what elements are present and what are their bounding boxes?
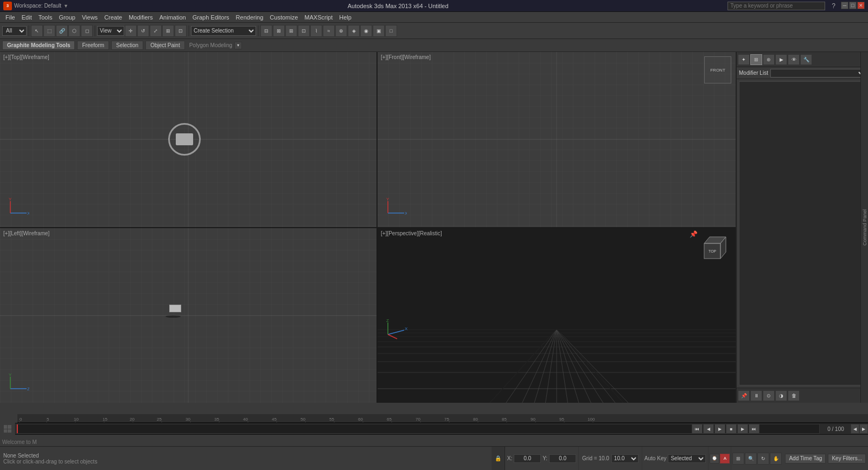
selection-btn[interactable]: Selection bbox=[111, 41, 143, 50]
utilities-panel-icon[interactable]: 🔧 bbox=[800, 54, 812, 65]
zoom-region-btn[interactable]: 🔍 bbox=[745, 453, 757, 465]
hierarchy-panel-icon[interactable]: ⊛ bbox=[763, 54, 775, 65]
show-end-result-btn[interactable]: ⊙ bbox=[763, 390, 775, 401]
orbit-btn[interactable]: ↻ bbox=[757, 453, 769, 465]
menu-customize[interactable]: Customize bbox=[266, 13, 301, 22]
menu-create[interactable]: Create bbox=[101, 13, 125, 22]
layer-btn[interactable]: ⊡ bbox=[298, 25, 310, 37]
curve-btn[interactable]: ⌇ bbox=[310, 25, 322, 37]
graphite-tools-btn[interactable]: Graphite Modeling Tools bbox=[2, 41, 75, 50]
select-area-btn[interactable]: ◻ bbox=[81, 25, 93, 37]
menu-group[interactable]: Group bbox=[55, 13, 79, 22]
viewport-top-right[interactable]: [+][Front][Wireframe] FRONT bbox=[378, 52, 736, 227]
mirror-btn[interactable]: ⊡ bbox=[175, 25, 187, 37]
auto-key-dropdown[interactable]: Selected bbox=[668, 454, 706, 463]
menu-edit[interactable]: Edit bbox=[18, 13, 35, 22]
set-key-btn[interactable]: ⌚ bbox=[710, 454, 719, 463]
grid-dropdown[interactable]: 10.0 bbox=[611, 454, 639, 463]
render-btn[interactable]: ◉ bbox=[360, 25, 372, 37]
prev-frame-btn[interactable]: ⏮ bbox=[692, 424, 703, 434]
toolbar-options-btn[interactable]: ▾ bbox=[234, 42, 242, 49]
select-filter-btn[interactable]: ⬡ bbox=[68, 25, 80, 37]
renderframe-btn[interactable]: ▣ bbox=[373, 25, 385, 37]
menu-tools[interactable]: Tools bbox=[35, 13, 56, 22]
nav-cube-top-right[interactable]: FRONT bbox=[704, 56, 731, 83]
auto-key-label: Auto Key bbox=[644, 455, 667, 461]
menu-file[interactable]: File bbox=[2, 13, 18, 22]
select-region-btn[interactable]: ⬚ bbox=[43, 25, 55, 37]
modifier-dropdown[interactable] bbox=[770, 69, 866, 78]
schematic-btn[interactable]: ⊕ bbox=[335, 25, 347, 37]
menu-views[interactable]: Views bbox=[79, 13, 101, 22]
perspective-grid bbox=[378, 280, 736, 403]
object-paint-btn[interactable]: Object Paint bbox=[145, 41, 184, 50]
workspace-dropdown-icon[interactable]: ▼ bbox=[63, 3, 68, 9]
anim-mode-btn[interactable]: A bbox=[720, 454, 730, 463]
selection-dropdown[interactable]: All bbox=[2, 26, 27, 36]
prev-key-btn[interactable]: ◀ bbox=[703, 424, 714, 434]
svg-line-52 bbox=[378, 329, 557, 403]
timeline-scroll-right[interactable]: ▶ bbox=[859, 424, 868, 434]
rendertype-btn[interactable]: □ bbox=[385, 25, 397, 37]
timeline-scroll-left[interactable]: ◀ bbox=[851, 424, 859, 434]
help-icon[interactable]: ? bbox=[832, 2, 835, 10]
command-panel-label-area: Command Panel bbox=[860, 52, 868, 403]
graph-btn[interactable]: ≈ bbox=[323, 25, 335, 37]
remove-modifier-btn[interactable]: 🗑 bbox=[788, 390, 800, 401]
modify-panel-icon[interactable]: ⊞ bbox=[750, 54, 762, 65]
zoom-extents-btn[interactable]: ⊞ bbox=[732, 453, 744, 465]
main-toolbar: All ↖ ⬚ 🔗 ⬡ ◻ View ✛ ↺ ⤢ ⊞ ⊡ Create Sele… bbox=[0, 23, 868, 39]
next-frame-btn[interactable]: ⏭ bbox=[749, 424, 760, 434]
freeform-btn[interactable]: Freeform bbox=[77, 41, 109, 50]
maximize-button[interactable]: □ bbox=[849, 2, 857, 9]
add-time-tag-btn[interactable]: Add Time Tag bbox=[785, 454, 826, 463]
motion-panel-icon[interactable]: ▶ bbox=[775, 54, 787, 65]
close-button[interactable]: ✕ bbox=[857, 2, 865, 9]
align-btn[interactable]: ⊟ bbox=[260, 25, 272, 37]
move-btn[interactable]: ✛ bbox=[125, 25, 137, 37]
stack-btn[interactable]: ⏸ bbox=[750, 390, 762, 401]
selection-info: None Selected bbox=[3, 453, 488, 459]
pin-stack-icon[interactable]: 📌 bbox=[738, 390, 750, 401]
scale-btn[interactable]: ⤢ bbox=[150, 25, 162, 37]
minimap-toggle[interactable] bbox=[0, 423, 15, 435]
material-btn[interactable]: ◈ bbox=[348, 25, 360, 37]
menu-graph-editors[interactable]: Graph Editors bbox=[189, 13, 233, 22]
select-tool-btn[interactable]: ↖ bbox=[31, 25, 43, 37]
x-input[interactable] bbox=[514, 454, 541, 463]
svg-text:5: 5 bbox=[47, 417, 49, 422]
display-panel-icon[interactable]: 👁 bbox=[788, 54, 800, 65]
pan-btn[interactable]: ✋ bbox=[770, 453, 782, 465]
svg-text:X: X bbox=[27, 211, 29, 216]
modifier-list-area[interactable] bbox=[739, 81, 866, 385]
select-object-btn[interactable]: 🔗 bbox=[56, 25, 68, 37]
menu-maxscript[interactable]: MAXScript bbox=[301, 13, 336, 22]
create-panel-icon[interactable]: ✦ bbox=[738, 54, 750, 65]
menu-animation[interactable]: Animation bbox=[156, 13, 189, 22]
align2-btn[interactable]: ⊠ bbox=[273, 25, 285, 37]
y-input[interactable] bbox=[549, 454, 576, 463]
align3-btn[interactable]: ⊞ bbox=[285, 25, 297, 37]
menu-modifiers[interactable]: Modifiers bbox=[125, 13, 156, 22]
viewport-nav-controls: ⊞ 🔍 ↻ ✋ bbox=[731, 447, 783, 470]
top-right-grid bbox=[378, 52, 736, 227]
create-selection-dropdown[interactable]: Create Selection bbox=[191, 26, 256, 36]
key-filters-btn[interactable]: Key Filters... bbox=[828, 454, 866, 463]
viewport-top-left[interactable]: [+][Top][Wireframe] bbox=[0, 52, 378, 227]
next-key-btn[interactable]: ▶ bbox=[737, 424, 748, 434]
make-unique-btn[interactable]: ◑ bbox=[775, 390, 787, 401]
play-btn[interactable]: ▶ bbox=[714, 424, 725, 434]
menu-rendering[interactable]: Rendering bbox=[233, 13, 267, 22]
viewport-bottom-left[interactable]: [+][Left][Wireframe] bbox=[0, 228, 378, 403]
svg-text:45: 45 bbox=[272, 417, 277, 422]
menu-help[interactable]: Help bbox=[336, 13, 355, 22]
stop-btn[interactable]: ■ bbox=[726, 424, 737, 434]
rotate-btn[interactable]: ↺ bbox=[137, 25, 149, 37]
search-input[interactable] bbox=[727, 2, 825, 10]
scale2-btn[interactable]: ⊞ bbox=[162, 25, 174, 37]
minimize-button[interactable]: ─ bbox=[841, 2, 848, 9]
nav-cube-perspective[interactable]: TOP bbox=[699, 233, 731, 265]
timeline-counter: 0 / 100 bbox=[821, 426, 851, 432]
viewport-bottom-right[interactable]: [+][Perspective][Realistic] 📌 TOP bbox=[378, 228, 736, 403]
view-dropdown[interactable]: View bbox=[97, 26, 124, 36]
